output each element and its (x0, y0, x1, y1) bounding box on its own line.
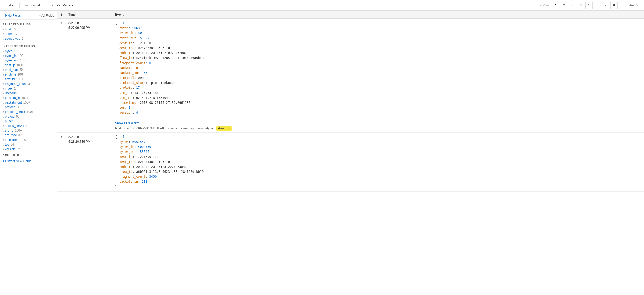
event-field-packets_in: packets_in: 101 (115, 179, 642, 184)
event-field-tos: tos: 0 (115, 105, 642, 110)
field-prefix: a (3, 78, 4, 81)
field-prefix: a (3, 73, 4, 76)
hide-fields-button[interactable]: < Hide Fields (3, 14, 21, 17)
sidebar-interesting-field-endtime[interactable]: aendtime100+ (0, 72, 57, 77)
sidebar-interesting-field-src_mac[interactable]: asrc_mac37 (0, 133, 57, 138)
sidebar-interesting-field-dest_ip[interactable]: adest_ip100+ (0, 63, 57, 67)
sidebar: < Hide Fields ≡ All Fields SELECTED FIEL… (0, 11, 57, 294)
extract-fields-button[interactable]: + Extract New Fields (0, 158, 57, 164)
prev-button[interactable]: < Prev (538, 2, 551, 9)
sidebar-field-sourcetype[interactable]: asourcetype1 (0, 36, 57, 41)
sidebar-interesting-field-dest_mac[interactable]: adest_mac54 (0, 67, 57, 72)
sidebar-interesting-field-bytes[interactable]: #bytes100+ (0, 49, 57, 53)
sidebar-interesting-field-tos[interactable]: #tos66 (0, 142, 57, 147)
row-expand-icon[interactable]: ▶ (61, 135, 63, 138)
selected-fields-list: ahost15asource2asourcetype1 (0, 27, 57, 41)
pencil-icon: ✏ (25, 3, 28, 7)
next-button[interactable]: Next > (627, 2, 640, 9)
field-prefix: # (3, 82, 4, 85)
field-prefix: a (3, 129, 4, 132)
interesting-fields-list: #bytes100+#bytes_in100+#bytes_out100+ade… (0, 49, 57, 152)
event-field-fragment_count: fragment_count: 3400 (115, 174, 642, 179)
event-field-dest_mac: dest_mac: 02:A0:38:1B:B3:70 (115, 160, 642, 164)
event-toggle[interactable]: [-] (119, 21, 124, 25)
row-expand-icon[interactable]: ▶ (61, 21, 63, 24)
sidebar-interesting-field-protocol_stack[interactable]: aprotocol_stack100+ (0, 109, 57, 114)
perpage-button[interactable]: 20 Per Page ▾ (50, 2, 75, 8)
sidebar-interesting-field-punct[interactable]: apunct11 (0, 119, 57, 124)
list-button[interactable]: List ▾ (4, 2, 15, 8)
field-name: bytes_out (5, 59, 18, 62)
page-5-button[interactable]: 5 (585, 2, 593, 9)
sidebar-interesting-field-linecount[interactable]: #linecount1 (0, 91, 57, 95)
field-name: host (5, 28, 11, 31)
sidebar-interesting-field-version[interactable]: #version62 (0, 147, 57, 152)
row-time: 8/20/185:23:20.746 PM (66, 133, 113, 191)
metadata-row: host = gacrux.i-06fea586f3d3c8ce8 source… (115, 127, 642, 130)
sidebar-interesting-field-protocol[interactable]: aprotocol41 (0, 105, 57, 109)
page-7-button[interactable]: 7 (602, 2, 609, 9)
main-layout: < Hide Fields ≡ All Fields SELECTED FIEL… (0, 11, 644, 294)
page-2-button[interactable]: 2 (561, 2, 568, 9)
event-field-bytes_out: bytes_out: 50607 (115, 36, 642, 41)
field-name: punct (5, 119, 12, 123)
sidebar-interesting-field-protoid[interactable]: #protoid60 (0, 114, 57, 119)
event-toggle[interactable]: [-] (119, 135, 124, 139)
event-field-packets_in: packets_in: 1 (115, 66, 642, 71)
field-name: src_mac (5, 133, 17, 137)
event-field-bytes: bytes: 5057537 (115, 140, 642, 145)
page-3-button[interactable]: 3 (569, 2, 576, 9)
page-6-button[interactable]: 6 (594, 2, 601, 9)
list-chevron-icon: ▾ (12, 3, 14, 7)
event-field-timestamp: timestamp: 2018-08-20T15:27:09.296118Z (115, 100, 642, 105)
field-name: sourcetype (5, 37, 20, 40)
field-count: 60 (16, 115, 19, 118)
field-name: tos (5, 143, 9, 146)
field-count: 11 (14, 119, 17, 123)
sidebar-interesting-field-bytes_out[interactable]: #bytes_out100+ (0, 58, 57, 63)
field-prefix: # (3, 92, 4, 95)
event-field-protocol: protocol: UDP (115, 76, 642, 80)
sidebar-field-host[interactable]: ahost15 (0, 27, 57, 32)
sidebar-interesting-field-flow_id[interactable]: aflow_id100+ (0, 77, 57, 81)
sidebar-interesting-field-packets_out[interactable]: #packets_out100+ (0, 100, 57, 105)
field-prefix: a (3, 87, 4, 90)
sidebar-interesting-field-index[interactable]: aindex1 (0, 86, 57, 91)
field-count: 62 (17, 147, 20, 151)
field-prefix: a (3, 68, 4, 71)
event-field-bytes_in: bytes_in: 30 (115, 31, 642, 36)
time-time: 5:23:20.746 PM (68, 139, 111, 144)
sidebar-interesting-field-packets_in[interactable]: #packets_in100+ (0, 95, 57, 100)
field-count: 41 (18, 105, 21, 109)
perpage-chevron-icon: ▾ (72, 3, 73, 7)
ellipsis: ... (619, 2, 626, 9)
time-date: 8/20/18 (68, 21, 111, 25)
more-fields: 5 more fields (0, 152, 57, 158)
field-count: 100+ (17, 63, 24, 67)
toolbar-divider-2 (46, 3, 46, 8)
sidebar-interesting-field-splunk_server[interactable]: asplunk_server1 (0, 124, 57, 128)
sidebar-field-source[interactable]: asource2 (0, 32, 57, 36)
field-count: 100+ (16, 77, 23, 81)
event-field-src_ip: src_ip: 13.125.33.130 (115, 91, 642, 95)
sidebar-interesting-field-src_ip[interactable]: asrc_ip100+ (0, 128, 57, 133)
sidebar-interesting-field-bytes_in[interactable]: #bytes_in100+ (0, 53, 57, 58)
content-area: i Time Event ▶8/20/185:27:09.296 PM{ [-]… (57, 11, 644, 294)
page-4-button[interactable]: 4 (577, 2, 584, 9)
event-field-bytes: bytes: 50637 (115, 26, 642, 31)
event-close-brace: } (115, 184, 642, 189)
event-field-bytes_in: bytes_in: 5004530 (115, 145, 642, 149)
all-fields-button[interactable]: ≡ All Fields (39, 14, 54, 17)
field-name: dest_ip (5, 63, 15, 67)
event-field-protoid: protoid: 17 (115, 85, 642, 90)
page-1-button[interactable]: 1 (552, 2, 559, 9)
table-header: i Time Event (57, 11, 644, 19)
format-button[interactable]: ✏ Format (24, 2, 41, 8)
sidebar-interesting-field-fragment_count[interactable]: #fragment_count3 (0, 81, 57, 86)
sidebar-interesting-field-timestamp[interactable]: atimestamp100+ (0, 138, 57, 142)
page-8-button[interactable]: 8 (610, 2, 618, 9)
field-count: 100+ (21, 138, 28, 142)
event-field-flow_id: flow_id: a6b921c3-13c8-4623-b80c-184160d… (115, 169, 642, 174)
show-raw-button[interactable]: Show as raw text (115, 121, 642, 125)
field-count: 100+ (23, 101, 30, 104)
